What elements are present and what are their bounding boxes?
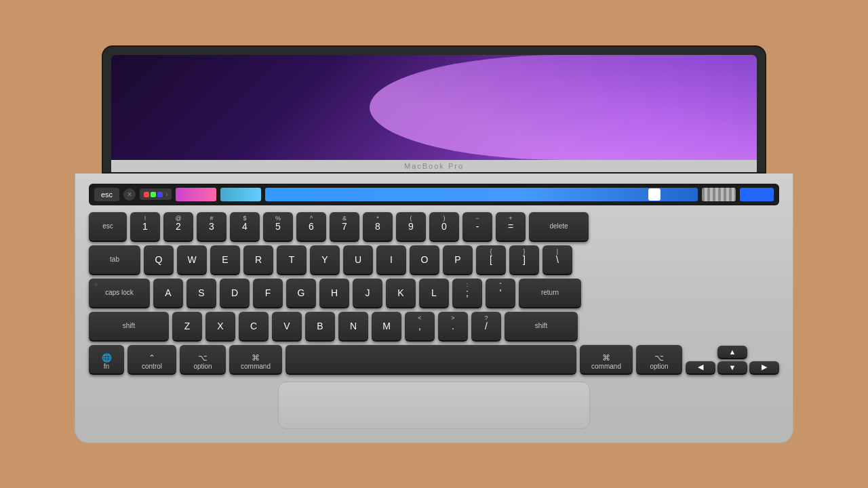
key-row-zxcv: shift Z X C V B N M < , > . ? <box>89 312 779 342</box>
key-arrow-down[interactable]: ▼ <box>717 361 747 375</box>
key-minus[interactable]: − - <box>462 212 492 242</box>
key-j[interactable]: J <box>353 279 382 308</box>
key-9[interactable]: ( 9 <box>396 212 426 242</box>
key-caps-lock[interactable]: caps lock <box>89 279 150 308</box>
key-command-right[interactable]: ⌘ command <box>580 345 633 375</box>
key-f[interactable]: F <box>253 279 283 308</box>
key-p[interactable]: P <box>443 245 473 275</box>
key-u[interactable]: U <box>343 245 373 275</box>
key-delete[interactable]: delete <box>529 212 589 242</box>
key-slash[interactable]: ? / <box>471 312 501 342</box>
key-period[interactable]: > . <box>438 312 468 342</box>
key-label: caps lock <box>105 289 134 296</box>
key-1[interactable]: ! 1 <box>130 212 160 242</box>
key-return[interactable]: return <box>519 279 581 308</box>
key-q[interactable]: Q <box>144 245 174 275</box>
key-x[interactable]: X <box>205 312 235 342</box>
touchbar-color-picker[interactable]: › <box>140 188 172 200</box>
key-e[interactable]: E <box>210 245 240 275</box>
key-arrow-right[interactable]: ▶ <box>749 361 779 375</box>
key-t[interactable]: T <box>277 245 307 275</box>
key-bracket-left[interactable]: { [ <box>476 245 506 275</box>
keyboard-body: esc × › esc <box>75 174 793 443</box>
key-8[interactable]: * 8 <box>363 212 393 242</box>
key-0[interactable]: ) 0 <box>429 212 459 242</box>
macbook-container: MacBook Pro esc × › <box>61 45 807 443</box>
close-icon: × <box>127 190 132 199</box>
key-equals[interactable]: + = <box>496 212 526 242</box>
key-control[interactable]: ⌃ control <box>127 345 176 375</box>
key-shift-left[interactable]: shift <box>89 312 169 342</box>
touchbar-slider-thumb[interactable] <box>648 188 660 201</box>
key-g[interactable]: G <box>286 279 316 308</box>
key-quote[interactable]: " ' <box>486 279 515 308</box>
key-w[interactable]: W <box>177 245 207 275</box>
key-d[interactable]: D <box>220 279 250 308</box>
key-o[interactable]: O <box>410 245 439 275</box>
key-2[interactable]: @ 2 <box>163 212 193 242</box>
trackpad[interactable] <box>278 382 590 429</box>
key-c[interactable]: C <box>239 312 269 342</box>
key-label: command <box>591 363 621 370</box>
key-shift-right[interactable]: shift <box>505 312 578 342</box>
key-arrow-up[interactable]: ▲ <box>717 346 747 359</box>
key-n[interactable]: N <box>338 312 368 342</box>
key-comma[interactable]: < , <box>405 312 435 342</box>
key-label: delete <box>549 222 568 230</box>
arrow-up-row: ▲ <box>686 346 779 359</box>
key-label: option <box>193 363 212 370</box>
key-y[interactable]: Y <box>310 245 340 275</box>
chevron-right-icon: › <box>165 190 167 198</box>
key-h[interactable]: H <box>319 279 349 308</box>
key-5[interactable]: % 5 <box>263 212 293 242</box>
key-fn-label: fn <box>104 363 109 370</box>
color-dot-green <box>151 192 156 197</box>
key-b[interactable]: B <box>305 312 335 342</box>
key-m[interactable]: M <box>372 312 401 342</box>
touch-bar[interactable]: esc × › <box>89 184 779 205</box>
trackpad-area <box>89 382 779 429</box>
key-label: option <box>650 363 668 370</box>
key-fn[interactable]: 🌐 fn <box>89 345 124 375</box>
key-row-qwerty: tab Q W E R T Y U I O P { [ } ] <box>89 245 779 275</box>
key-4[interactable]: $ 4 <box>230 212 260 242</box>
key-l[interactable]: L <box>419 279 449 308</box>
key-bracket-right[interactable]: } ] <box>509 245 539 275</box>
key-row-modifiers: 🌐 fn ⌃ control ⌥ option ⌘ command ⌘ <box>89 345 779 375</box>
key-k[interactable]: K <box>386 279 416 308</box>
key-row-numbers: esc ! 1 @ 2 # 3 $ 4 <box>89 212 779 242</box>
screen-display <box>111 55 757 160</box>
arrow-keys-group: ▲ ◀ ▼ ▶ <box>686 346 779 375</box>
key-label: shift <box>535 322 547 329</box>
key-row-asdf: caps lock A S D F G H J K L : ; " ' <box>89 279 779 308</box>
touchbar-pink-segment[interactable] <box>176 188 216 201</box>
key-z[interactable]: Z <box>172 312 202 342</box>
key-6[interactable]: ^ 6 <box>296 212 326 242</box>
key-v[interactable]: V <box>272 312 302 342</box>
key-option-right[interactable]: ⌥ option <box>636 345 682 375</box>
key-a[interactable]: A <box>153 279 183 308</box>
touchbar-cyan-segment[interactable] <box>220 188 261 201</box>
key-command-left[interactable]: ⌘ command <box>229 345 282 375</box>
key-r[interactable]: R <box>243 245 273 275</box>
key-arrow-left[interactable]: ◀ <box>686 361 715 375</box>
key-s[interactable]: S <box>186 279 216 308</box>
touchbar-esc[interactable]: esc <box>94 188 119 201</box>
key-i[interactable]: I <box>376 245 406 275</box>
key-3[interactable]: # 3 <box>197 212 226 242</box>
key-tab[interactable]: tab <box>89 245 140 275</box>
key-backslash[interactable]: | \ <box>542 245 572 275</box>
key-escape[interactable]: esc <box>89 212 127 242</box>
touchbar-close[interactable]: × <box>123 188 136 201</box>
globe-icon: 🌐 <box>102 353 112 363</box>
command-icon-left: ⌘ <box>252 353 260 363</box>
keyboard: esc ! 1 @ 2 # 3 $ 4 <box>89 212 779 375</box>
macbook-brand-label: MacBook Pro <box>111 160 757 172</box>
color-dot-blue <box>157 192 163 197</box>
key-7[interactable]: & 7 <box>330 212 359 242</box>
key-spacebar[interactable] <box>285 345 576 375</box>
touchbar-blue-button[interactable] <box>740 188 774 201</box>
key-option-left[interactable]: ⌥ option <box>180 345 226 375</box>
touchbar-blue-slider[interactable] <box>265 188 698 201</box>
key-semicolon[interactable]: : ; <box>452 279 482 308</box>
